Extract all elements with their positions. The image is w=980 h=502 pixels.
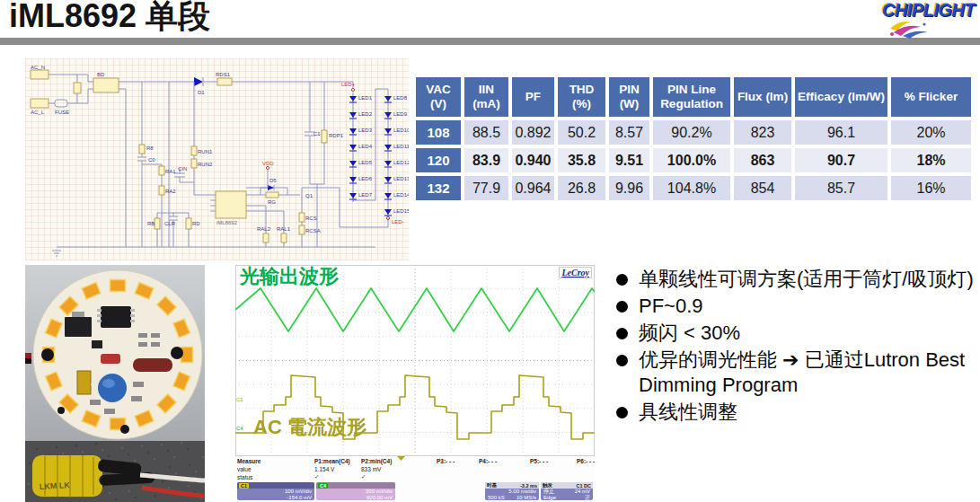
led-label: LED3 [358, 128, 373, 133]
led-symbol [384, 128, 392, 134]
feature-bullets: 单颗线性可调方案(适用于筒灯/吸顶灯)PF~0.9频闪 < 30%优异的调光性能… [614, 267, 976, 427]
led-label: LED14 [393, 192, 409, 198]
value-cell: 16% [891, 176, 971, 200]
schematic-label: Q1 [305, 193, 313, 198]
table-header-row: VAC (V)IIN (mA)PFTHD (%)PIN (W)PIN Line … [416, 77, 971, 117]
measure-param-name: P2:min(C4) [361, 458, 410, 464]
bullet-dot [616, 355, 628, 366]
logo-swoosh-icon [885, 16, 939, 40]
led-label: LED7 [358, 192, 373, 198]
value-cell: 100.0% [653, 148, 730, 172]
value-cell: 0.964 [512, 176, 554, 200]
red-component [101, 354, 120, 364]
vac-cell: 120 [416, 148, 461, 172]
bullet-text: 优异的调光性能 ➔ 已通过Lutron Best Dimming Program [639, 348, 976, 398]
led-symbol [384, 161, 392, 166]
bullet-text: 具线性调整 [639, 400, 737, 425]
cylinder-resistor [133, 358, 172, 372]
table-header-cell: VAC (V) [416, 77, 461, 117]
bullet-text: 单颗线性可调方案(适用于筒灯/吸顶灯) [639, 267, 974, 292]
measure-row-label: status [237, 474, 252, 480]
measure-param: P3:- - - [437, 458, 485, 466]
led-string: LED1LED2LED3LED4LED5LED6LED7LED8LED9LED1… [349, 95, 409, 216]
measure-param-status: ✓ [314, 473, 363, 480]
value-cell: 88.5 [464, 120, 508, 145]
title-divider [0, 38, 980, 45]
bullet-text: PF~0.9 [639, 294, 703, 319]
circuit-schematic: LED1LED2LED3LED4LED5LED6LED7LED8LED9LED1… [25, 58, 409, 260]
timebase-box: 时基 -3.2 ms 5.00 ms/div 500 kS 10 MS/s [485, 482, 539, 500]
ic-chip [101, 306, 131, 328]
led-symbol [349, 128, 357, 134]
timebase-samples: 500 kS [488, 495, 505, 501]
schematic-label: RUN2 [198, 162, 213, 167]
led-symbol [349, 145, 357, 150]
schematic-label: D5 [269, 178, 277, 183]
performance-table: VAC (V)IIN (mA)PFTHD (%)PIN (W)PIN Line … [412, 74, 975, 204]
schematic-label: RB [147, 221, 155, 226]
page-title: iML8692 单段 [9, 0, 210, 39]
table-row: 12083.90.94035.89.51100.0%86390.718% [416, 148, 971, 172]
schematic-label: VDD [262, 161, 274, 166]
measure-param-value: 1.154 V [314, 466, 363, 472]
schematic-label: RAL1 [277, 226, 291, 232]
schematic-label: AC_L [31, 110, 45, 115]
measure-param: P4:- - - [479, 458, 527, 466]
value-cell: 0.940 [512, 148, 554, 172]
lecroy-brand: LeCroy [559, 267, 592, 278]
led-label: LED2 [358, 111, 373, 117]
led-symbol [349, 161, 357, 166]
schematic-label: CIN [178, 166, 187, 172]
bullet-item: 频闪 < 30% [614, 321, 976, 346]
measure-param: P2:min(C4)833 mV✓ [361, 458, 410, 480]
chiplight-logo: CHIPLIGHT [852, 0, 978, 40]
value-cell: 104.8% [653, 176, 730, 200]
c4-trace-marker: C4 [236, 426, 243, 431]
led-label: LED12 [393, 160, 409, 165]
schematic-label: C1 [313, 131, 321, 137]
table-header-cell: PIN Line Regulation [653, 77, 730, 117]
schematic-label: RCSA [305, 228, 321, 233]
led-package [110, 280, 126, 292]
timebase-rate: 10 MS/s [516, 495, 536, 501]
value-cell: 83.9 [464, 148, 508, 172]
table-header-cell: PIN (W) [609, 77, 649, 117]
trigger-slope: 正 [585, 495, 590, 501]
bullet-dot [616, 407, 628, 418]
schematic-label: LED+ [341, 82, 356, 87]
trigger-box: 触发 C1 DC 停止 24 mV Edge 正 [541, 482, 593, 500]
led-board-photo: LKM LK [25, 265, 205, 502]
timebase-offset: -3.2 ms [520, 483, 537, 489]
vac-cell: 132 [416, 176, 461, 200]
scope-measure-panel: Measurevaluestatus P1:mean(C4)1.154 V✓P2… [235, 456, 595, 502]
bullet-dot [616, 301, 628, 313]
led-label: LED9 [393, 111, 408, 117]
led-symbol [384, 193, 392, 198]
c1-trace-marker: C1 [236, 397, 243, 402]
led-symbol [384, 96, 392, 101]
timebase-title: 时基 [487, 482, 497, 489]
bullet-text: 频闪 < 30% [639, 321, 740, 346]
value-cell: 26.8 [558, 176, 605, 200]
measure-param-value: 833 mV [361, 466, 410, 472]
schematic-label: RCS [305, 216, 317, 221]
led-symbol [384, 112, 392, 118]
measure-param-name: P3:- - - [437, 458, 485, 464]
measure-param-name: P1:mean(C4) [314, 458, 363, 464]
value-cell: 96.1 [795, 120, 887, 145]
schematic-label: RD [192, 221, 200, 226]
schematic-label: iML8692 [216, 220, 238, 225]
schematic-label: RAL2 [257, 226, 271, 232]
trigger-title: 触发 [543, 482, 552, 489]
value-cell: 35.8 [558, 148, 605, 172]
led-symbol [349, 177, 357, 182]
table-header-cell: PF [512, 77, 554, 117]
bullet-item: 具线性调整 [614, 400, 976, 425]
schematic-label: C0 [148, 157, 155, 163]
table-row: 10888.50.89250.28.5790.2%82396.120% [416, 120, 971, 145]
led-label: LED1 [358, 95, 373, 101]
schematic-label: RDP1 [329, 133, 344, 138]
channel1-descriptor-box: C1 100 mV/div -154.0 mV [237, 482, 314, 500]
table-row: 13277.90.96426.89.96104.8%85485.716% [416, 176, 971, 200]
schematic-label: CLR [164, 221, 176, 226]
